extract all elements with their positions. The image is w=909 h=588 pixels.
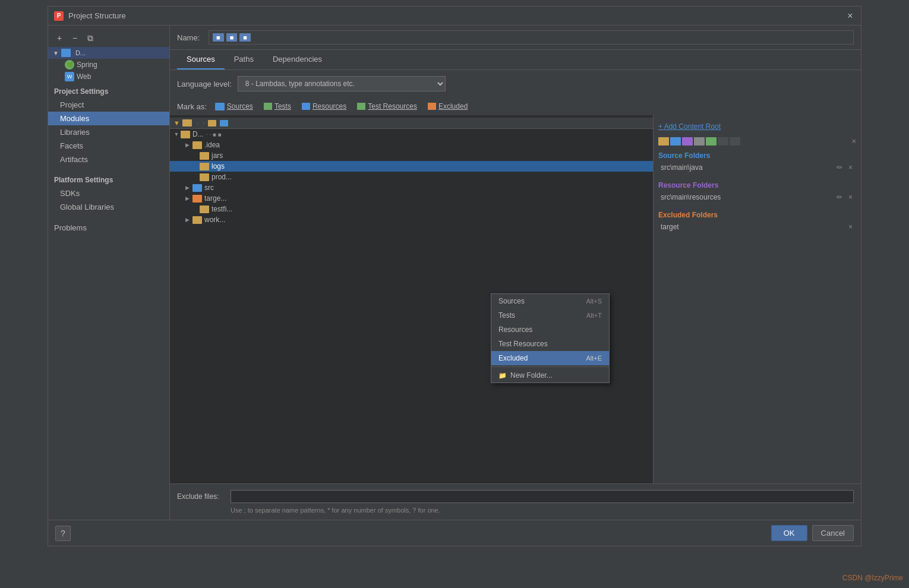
tree-item-testfi[interactable]: testfi... [170, 204, 653, 214]
ctx-resources[interactable]: Resources [491, 323, 609, 337]
source-folder-actions: ✏ × [835, 163, 854, 172]
project-structure-dialog: P Project Structure × + − ⧉ ▼ D... 🌿 [48, 6, 861, 546]
toolbar-chip-1 [658, 137, 669, 146]
exclude-files-row: Exclude files: [177, 490, 854, 503]
work-arrow-icon: ▶ [183, 216, 191, 224]
right-panel-close-btn[interactable]: × [851, 137, 856, 146]
exclude-files-input[interactable] [231, 490, 854, 503]
tab-dependencies[interactable]: Dependencies [263, 50, 332, 69]
add-content-root-button[interactable]: + Add Content Root [658, 120, 856, 133]
remove-module-button[interactable]: − [68, 31, 81, 45]
sources-folder-icon [215, 103, 225, 110]
sources-tab-content: Language level: 8 - Lambdas, type annota… [170, 70, 861, 520]
logs-folder-icon [200, 163, 209, 170]
right-panel: + Add Content Root × [653, 115, 861, 483]
ctx-excluded[interactable]: Excluded Alt+E [491, 351, 609, 365]
platform-settings-header: Platform Settings [48, 171, 169, 186]
tree-item-logs[interactable]: logs [170, 161, 653, 172]
title-bar-left: P Project Structure [54, 11, 126, 21]
lang-level-select[interactable]: 8 - Lambdas, type annotations etc. [238, 76, 446, 91]
tree-item-prod[interactable]: prod... [170, 172, 653, 182]
add-module-button[interactable]: + [53, 31, 66, 45]
testfi-label: testfi... [212, 205, 232, 213]
lang-level-label: Language level: [177, 80, 232, 88]
toolbar-chip-6 [718, 137, 728, 146]
sidebar-item-modules[interactable]: Modules [48, 112, 169, 125]
tree-toolbar: ▼ · · [170, 118, 653, 129]
name-row: Name: ■ ■ ■ [170, 26, 861, 50]
tab-sources[interactable]: Sources [177, 50, 225, 69]
tree-toolbar-folder3 [220, 120, 228, 127]
source-folders-title: Source Folders [658, 151, 856, 160]
sidebar-item-project[interactable]: Project [48, 98, 169, 112]
name-chip-2: ■ [226, 33, 238, 42]
excluded-folders-title: Excluded Folders [658, 211, 856, 219]
app-icon: P [54, 11, 64, 21]
language-level-row: Language level: 8 - Lambdas, type annota… [170, 70, 861, 97]
edit-source-folder-btn[interactable]: ✏ [835, 163, 844, 172]
logs-arrow-icon [191, 162, 200, 170]
sidebar-item-facets[interactable]: Facets [48, 139, 169, 153]
module-tree-root[interactable]: ▼ D... [48, 47, 169, 59]
bottom-area: Exclude files: Use ; to separate name pa… [170, 483, 861, 520]
edit-resource-folder-btn[interactable]: ✏ [835, 193, 844, 201]
prod-label: prod... [212, 173, 232, 181]
tree-item-target[interactable]: ▶ targe... [170, 193, 653, 204]
sidebar-item-problems[interactable]: Problems [48, 221, 169, 235]
name-chip-3: ■ [239, 33, 251, 42]
module-root-label: D... [75, 49, 86, 56]
remove-excluded-folder-btn[interactable]: × [847, 223, 854, 231]
ctx-test-resources[interactable]: Test Resources [491, 337, 609, 351]
web-label: Web [77, 72, 91, 81]
mark-excluded-button[interactable]: Excluded [425, 101, 470, 112]
jars-arrow-icon [191, 151, 200, 160]
tree-root-node[interactable]: ▼ D... · · ■ ■ [170, 129, 653, 140]
root-chips: · · ■ ■ [206, 131, 222, 138]
ctx-sources[interactable]: Sources Alt+S [491, 294, 609, 308]
close-button[interactable]: × [845, 11, 855, 21]
resources-folder-icon [302, 103, 310, 110]
ctx-new-folder[interactable]: 📁 New Folder... [491, 368, 609, 382]
mark-test-resources-button[interactable]: Test Resources [355, 101, 419, 112]
mark-as-row: Mark as: Sources Tests Resources [170, 97, 861, 115]
tree-item-idea[interactable]: ▶ .idea [170, 140, 653, 150]
left-panel: + − ⧉ ▼ D... 🌿 Spring W Web Project Set [48, 26, 170, 520]
tree-item-work[interactable]: ▶ work... [170, 214, 653, 225]
idea-folder-icon [192, 141, 202, 149]
right-panel-toolbar: × [658, 137, 856, 146]
file-tree: ▼ · · ▼ D... · · ■ ■ [170, 115, 653, 483]
prod-arrow-icon [191, 173, 200, 181]
tab-bar: Sources Paths Dependencies [170, 50, 861, 70]
source-folder-entry: src\main\java ✏ × [658, 162, 856, 173]
mark-resources-button[interactable]: Resources [299, 101, 349, 112]
remove-source-folder-btn[interactable]: × [847, 163, 854, 172]
exclude-hint: Use ; to separate name patterns, * for a… [231, 507, 854, 514]
logs-label: logs [212, 162, 225, 170]
web-module-item[interactable]: W Web [48, 71, 169, 83]
module-icon [61, 49, 71, 57]
sidebar-item-global-libraries[interactable]: Global Libraries [48, 200, 169, 214]
name-chip-1: ■ [213, 33, 224, 42]
mark-tests-button[interactable]: Tests [261, 101, 293, 112]
sidebar-item-sdks[interactable]: SDKs [48, 186, 169, 200]
root-arrow-icon: ▼ [172, 130, 181, 138]
ok-button[interactable]: OK [771, 525, 807, 541]
target-label: targe... [204, 194, 226, 203]
tab-paths[interactable]: Paths [225, 50, 263, 69]
footer-buttons: OK Cancel [771, 525, 854, 541]
ctx-tests[interactable]: Tests Alt+T [491, 308, 609, 323]
mark-sources-button[interactable]: Sources [213, 101, 255, 112]
sidebar-item-artifacts[interactable]: Artifacts [48, 153, 169, 166]
remove-resource-folder-btn[interactable]: × [847, 193, 854, 201]
help-button[interactable]: ? [55, 526, 71, 541]
spring-module-item[interactable]: 🌿 Spring [48, 59, 169, 71]
cancel-button[interactable]: Cancel [812, 525, 854, 541]
copy-module-button[interactable]: ⧉ [84, 31, 97, 45]
tree-item-src[interactable]: ▶ src [170, 182, 653, 193]
tests-folder-icon [264, 103, 272, 110]
work-label: work... [204, 216, 225, 224]
tree-item-jars[interactable]: jars [170, 150, 653, 161]
testfi-arrow-icon [191, 205, 200, 213]
sidebar-item-libraries[interactable]: Libraries [48, 125, 169, 139]
dialog-body: + − ⧉ ▼ D... 🌿 Spring W Web Project Set [48, 26, 861, 520]
